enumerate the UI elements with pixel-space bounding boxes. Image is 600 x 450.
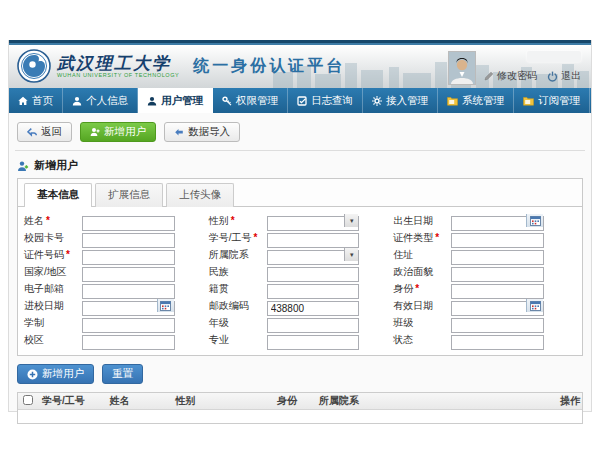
field-label: 性别* <box>209 214 267 228</box>
university-name-en: WUHAN UNIVERSITY OF TECHNOLOGY <box>57 72 179 78</box>
table-header-row: 学号/工号 姓名 性别 身份 所属院系 操作 <box>18 393 582 410</box>
nav-item-system-management[interactable]: 系统管理 <box>438 88 514 113</box>
reset-button[interactable]: 重置 <box>102 364 143 384</box>
field-label: 姓名* <box>24 214 82 228</box>
field-label: 邮政编码 <box>209 299 267 313</box>
field-label: 身份* <box>393 282 451 296</box>
section-title: 新增用户 <box>17 158 583 173</box>
field-label: 校区 <box>24 333 82 347</box>
users-table: 学号/工号 姓名 性别 身份 所属院系 操作 <box>17 392 583 424</box>
field-label: 出生日期 <box>393 214 451 228</box>
tab-upload-avatar[interactable]: 上传头像 <box>166 183 234 207</box>
column-header: 所属院系 <box>317 394 558 408</box>
field-label: 证件号码* <box>24 248 82 262</box>
field-label: 年级 <box>209 316 267 330</box>
field-label: 电子邮箱 <box>24 282 82 296</box>
nav-label: 个人信息 <box>86 94 128 108</box>
id-number-input[interactable] <box>82 250 175 265</box>
field-label: 住址 <box>393 248 451 262</box>
nav-label: 接入管理 <box>386 94 428 108</box>
nav-item-user-management[interactable]: 用户管理 <box>138 88 213 113</box>
main-nav: 首页 个人信息 用户管理 权限管理 日志查询 接入管理 系统管理 订阅管理 <box>9 88 591 113</box>
header: 武汉理工大学 WUHAN UNIVERSITY OF TECHNOLOGY 统一… <box>9 45 591 88</box>
email-input[interactable] <box>82 284 175 299</box>
log-check-icon <box>297 96 307 106</box>
address-input[interactable] <box>451 250 544 265</box>
identity-input[interactable] <box>451 284 544 299</box>
university-logo <box>17 49 51 83</box>
user-add-icon <box>90 127 100 137</box>
field-label: 所属院系 <box>209 248 267 262</box>
add-user-toolbar-button[interactable]: 新增用户 <box>80 122 156 142</box>
back-arrow-icon <box>27 128 37 137</box>
name-input[interactable] <box>82 216 175 231</box>
home-icon <box>18 96 28 106</box>
calendar-icon[interactable] <box>526 299 543 312</box>
user-icon <box>147 96 157 106</box>
power-icon <box>547 71 558 82</box>
submit-add-user-button[interactable]: 新增用户 <box>17 364 94 384</box>
university-names: 武汉理工大学 WUHAN UNIVERSITY OF TECHNOLOGY <box>57 54 179 78</box>
university-name-cn: 武汉理工大学 <box>57 54 179 72</box>
field-label: 班级 <box>393 316 451 330</box>
nav-label: 首页 <box>32 94 53 108</box>
logout-link[interactable]: 退出 <box>547 69 581 83</box>
nav-label: 系统管理 <box>462 94 504 108</box>
campus-card-input[interactable] <box>82 233 175 248</box>
back-button[interactable]: 返回 <box>17 122 72 142</box>
new-user-panel: 基本信息 扩展信息 上传头像 姓名* 性别*▾ 出生日期 校园卡号 学号/工号*… <box>17 178 583 356</box>
id-type-input[interactable] <box>451 233 544 248</box>
basic-info-form: 姓名* 性别*▾ 出生日期 校园卡号 学号/工号* 证件类型* 证件号码* 所属… <box>18 207 582 355</box>
postal-code-input[interactable] <box>267 301 360 316</box>
calendar-icon[interactable] <box>526 214 543 227</box>
user-area: 修改密码 退出 <box>448 51 581 85</box>
nav-label: 订阅管理 <box>538 94 580 108</box>
education-length-input[interactable] <box>82 318 175 333</box>
field-label: 状态 <box>393 333 451 347</box>
nav-item-permission-management[interactable]: 权限管理 <box>213 88 288 113</box>
nav-item-log-query[interactable]: 日志查询 <box>288 88 363 113</box>
user-add-icon <box>17 160 29 172</box>
nav-item-personal-info[interactable]: 个人信息 <box>63 88 138 113</box>
tab-basic-info[interactable]: 基本信息 <box>24 183 92 207</box>
field-label: 专业 <box>209 333 267 347</box>
country-input[interactable] <box>82 267 175 282</box>
folder-icon <box>447 96 458 106</box>
political-status-input[interactable] <box>451 267 544 282</box>
nav-label: 日志查询 <box>311 94 353 108</box>
tab-extended-info[interactable]: 扩展信息 <box>95 183 163 207</box>
nav-item-home[interactable]: 首页 <box>9 88 63 113</box>
class-input[interactable] <box>451 318 544 333</box>
nav-spacer <box>590 88 591 113</box>
data-import-button[interactable]: 数据导入 <box>164 122 240 142</box>
nav-label: 权限管理 <box>236 94 278 108</box>
platform-title: 统一身份认证平台 <box>193 56 345 77</box>
nav-label: 用户管理 <box>161 94 203 108</box>
content: 返回 新增用户 数据导入 新增用户 基本信息 扩展信息 上传头像 姓名* <box>9 113 591 424</box>
chevron-down-icon[interactable]: ▾ <box>344 214 358 227</box>
form-actions: 新增用户 重置 <box>17 364 583 384</box>
table-empty-row <box>18 410 582 423</box>
status-input[interactable] <box>451 335 544 350</box>
native-place-input[interactable] <box>267 284 360 299</box>
gear-icon <box>372 96 382 106</box>
change-password-link[interactable]: 修改密码 <box>484 69 537 83</box>
nav-item-subscription-management[interactable]: 订阅管理 <box>514 88 590 113</box>
ethnicity-input[interactable] <box>267 267 360 282</box>
column-header: 学号/工号 <box>40 394 108 408</box>
toolbar: 返回 新增用户 数据导入 <box>15 113 585 151</box>
student-id-input[interactable] <box>267 233 360 248</box>
calendar-icon[interactable] <box>157 299 174 312</box>
field-label: 校园卡号 <box>24 231 82 245</box>
select-all-checkbox[interactable] <box>23 395 33 405</box>
grade-input[interactable] <box>267 318 360 333</box>
nav-item-access-management[interactable]: 接入管理 <box>363 88 438 113</box>
chevron-down-icon[interactable]: ▾ <box>344 248 358 261</box>
field-label: 学制 <box>24 316 82 330</box>
column-header: 姓名 <box>108 394 174 408</box>
column-header: 身份 <box>275 394 317 408</box>
campus-input[interactable] <box>82 335 175 350</box>
plus-circle-icon <box>27 369 38 380</box>
major-input[interactable] <box>267 335 360 350</box>
user-avatar <box>448 51 476 85</box>
